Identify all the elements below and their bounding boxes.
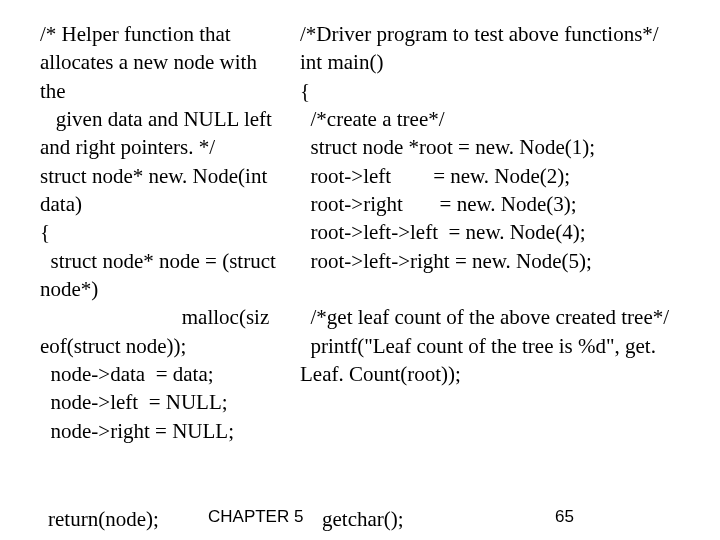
slide-content: /* Helper function that allocates a new … [0, 0, 720, 445]
code-line: /*Driver program to test above functions… [300, 20, 690, 48]
right-column: /*Driver program to test above functions… [300, 20, 690, 445]
code-line: struct node* new. Node(int data) [40, 162, 285, 219]
code-line: int main() [300, 48, 690, 76]
code-line: node->right = NULL; [40, 417, 285, 445]
code-line: struct node* node = (struct node*) [40, 247, 285, 304]
chapter-label: CHAPTER 5 [208, 507, 303, 527]
code-line: /* Helper function that allocates a new … [40, 20, 285, 105]
code-line [300, 275, 690, 303]
code-line: /*get leaf count of the above created tr… [300, 303, 690, 331]
code-line: given data and NULL left and right point… [40, 105, 285, 162]
code-line: root->left->right = new. Node(5); [300, 247, 690, 275]
code-line: node->left = NULL; [40, 388, 285, 416]
footer-left-code: return(node); [0, 507, 159, 532]
code-line: node->data = data; [40, 360, 285, 388]
code-line: root->right = new. Node(3); [300, 190, 690, 218]
code-line: { [300, 77, 690, 105]
page-number: 65 [555, 507, 574, 527]
code-line: printf("Leaf count of the tree is %d", g… [300, 332, 690, 389]
code-line: /*create a tree*/ [300, 105, 690, 133]
footer-right-code: getchar(); [322, 507, 404, 532]
left-column: /* Helper function that allocates a new … [40, 20, 285, 445]
code-line: { [40, 218, 285, 246]
code-line: struct node *root = new. Node(1); [300, 133, 690, 161]
slide-footer: return(node); CHAPTER 5 getchar(); 65 [0, 507, 720, 532]
code-line: root->left = new. Node(2); [300, 162, 690, 190]
code-line: malloc(siz eof(struct node)); [40, 303, 285, 360]
code-line: root->left->left = new. Node(4); [300, 218, 690, 246]
